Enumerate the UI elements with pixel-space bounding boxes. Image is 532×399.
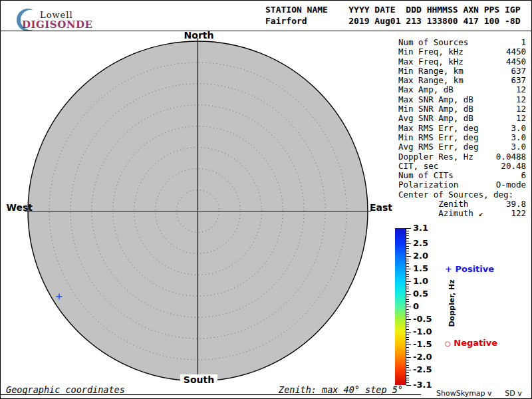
logo-digisonde-text: DIGISONDE xyxy=(22,19,92,31)
legend-positive-label: Positive xyxy=(455,264,494,274)
param-label: Max Amp, dB xyxy=(398,85,454,94)
colorbar-tick-label: 0.5 xyxy=(413,289,428,299)
param-value: 1 xyxy=(521,38,526,47)
colorbar-minor-tick xyxy=(406,380,409,380)
legend-positive: + Positive xyxy=(445,264,494,274)
colorbar-minor-tick xyxy=(406,382,409,383)
param-label: Max RMS Err, deg xyxy=(398,124,478,133)
param-label: Num of Sources xyxy=(398,38,468,47)
header-values-row: Fairford 2019 Aug01 213 133800 417 100 -… xyxy=(265,16,521,26)
param-row: Avg SNR Amp, dB12 xyxy=(398,114,526,123)
colorbar-minor-tick xyxy=(406,231,409,231)
zenith-scale-label: Zenith: max 40° step 5° xyxy=(279,384,403,395)
colorbar-minor-tick xyxy=(406,261,409,261)
colorbar-major-tick xyxy=(406,281,411,282)
param-value: 39.8 xyxy=(506,200,526,209)
param-value: O-mode xyxy=(496,180,526,190)
colorbar-minor-tick xyxy=(406,375,409,376)
colorbar-major-tick xyxy=(406,269,411,269)
param-value: 122 xyxy=(511,209,526,218)
param-value: 3.0 xyxy=(511,133,526,142)
colorbar-minor-tick xyxy=(406,259,409,259)
param-row: Min Freq, kHz4450 xyxy=(398,47,526,57)
colorbar-major-tick xyxy=(406,228,411,229)
param-row: Min SNR Amp, dB12 xyxy=(398,104,526,114)
param-label: Doppler Res, Hz xyxy=(398,152,473,162)
param-value: 637 xyxy=(511,76,526,85)
colorbar-minor-tick xyxy=(406,297,409,297)
param-value: 637 xyxy=(511,66,526,76)
colorbar-minor-tick xyxy=(406,284,409,285)
colorbar-major-tick xyxy=(406,385,411,386)
param-row: Min RMS Err, deg3.0 xyxy=(398,133,526,142)
colorbar-minor-tick xyxy=(406,246,409,247)
colorbar-tick-label: 2.5 xyxy=(413,238,428,248)
colorbar-minor-tick xyxy=(406,309,409,310)
param-row: Max Amp, dB12 xyxy=(398,85,526,94)
colorbar-minor-tick xyxy=(406,248,409,249)
param-row: Min Range, km637 xyxy=(398,66,526,76)
param-row: Max RMS Err, deg3.0 xyxy=(398,124,526,133)
colorbar-minor-tick xyxy=(406,233,409,234)
legend-negative: ○ Negative xyxy=(445,338,497,348)
colorbar-ticks: 3.12.52.01.51.00.50-0.5-1.0-1.5-2.0-2.5-… xyxy=(406,228,437,386)
colorbar-tick-label: 1.5 xyxy=(413,263,428,273)
param-label: Num of CITs xyxy=(398,171,454,180)
colorbar-minor-tick xyxy=(406,301,409,302)
param-label: Min SNR Amp, dB xyxy=(398,104,473,114)
colorbar-minor-tick xyxy=(406,238,409,239)
circle-marker-icon: ○ xyxy=(445,340,451,347)
colorbar-minor-tick xyxy=(406,322,409,323)
colorbar-minor-tick xyxy=(406,342,409,342)
param-label: Avg SNR Amp, dB xyxy=(398,114,473,123)
param-row: Center of Sources, deg: xyxy=(398,190,526,200)
compass-label-north: North xyxy=(180,30,217,41)
colorbar-minor-tick xyxy=(406,312,409,313)
colorbar-minor-tick xyxy=(406,367,409,368)
colorbar-axis-label: Doppler, Hz xyxy=(448,279,456,327)
param-row: PolarizationO-mode xyxy=(398,180,526,190)
param-value: 12 xyxy=(516,85,526,94)
colorbar-minor-tick xyxy=(406,276,409,277)
param-label: Min Freq, kHz xyxy=(398,47,464,57)
param-row: Doppler Res, Hz0.0488 xyxy=(398,152,526,162)
colorbar-minor-tick xyxy=(406,253,409,254)
colorbar-tick-label: -2.0 xyxy=(413,352,432,362)
colorbar-minor-tick xyxy=(406,314,409,315)
param-value: 0.0488 xyxy=(496,152,526,162)
colorbar-major-tick xyxy=(406,370,411,370)
colorbar-minor-tick xyxy=(406,334,409,335)
colorbar-minor-tick xyxy=(406,339,409,340)
doppler-colorbar xyxy=(395,228,406,385)
colorbar-minor-tick xyxy=(406,372,409,373)
colorbar-minor-tick xyxy=(406,365,409,366)
colorbar-minor-tick xyxy=(406,241,409,241)
colorbar-minor-tick xyxy=(406,337,409,338)
param-row: CIT, sec20.48 xyxy=(398,162,526,171)
plus-marker-icon: + xyxy=(445,264,452,274)
colorbar-minor-tick xyxy=(406,289,409,289)
param-row: Zenith39.8 xyxy=(398,200,526,209)
param-label: Center of Sources, deg: xyxy=(398,190,513,200)
param-value: 4450 xyxy=(506,57,526,66)
version-strip: ShowSkymap v 1.0 SD v 5.1 xyxy=(436,389,531,399)
colorbar-major-tick xyxy=(406,357,411,358)
showskymap-window: Lowell DIGISONDE STATION NAME YYYY DATE … xyxy=(0,0,532,399)
param-value: 12 xyxy=(516,114,526,123)
colorbar-minor-tick xyxy=(406,360,409,360)
param-label: Max Range, km xyxy=(398,76,464,85)
param-value: 12 xyxy=(516,95,526,104)
colorbar-minor-tick xyxy=(406,350,409,350)
param-label: Azimuth ↙ xyxy=(398,209,483,218)
coordinates-system-label: Geographic coordinates xyxy=(6,384,125,395)
colorbar-minor-tick xyxy=(406,274,409,275)
param-label: Avg RMS Err, deg xyxy=(398,142,478,152)
compass-label-south: South xyxy=(180,374,217,385)
colorbar-minor-tick xyxy=(406,317,409,317)
colorbar-minor-tick xyxy=(406,304,409,305)
colorbar-minor-tick xyxy=(406,325,409,325)
skymap-plot xyxy=(25,38,372,385)
param-value: 12 xyxy=(516,104,526,114)
colorbar-minor-tick xyxy=(406,279,409,279)
colorbar-major-tick xyxy=(406,332,411,332)
